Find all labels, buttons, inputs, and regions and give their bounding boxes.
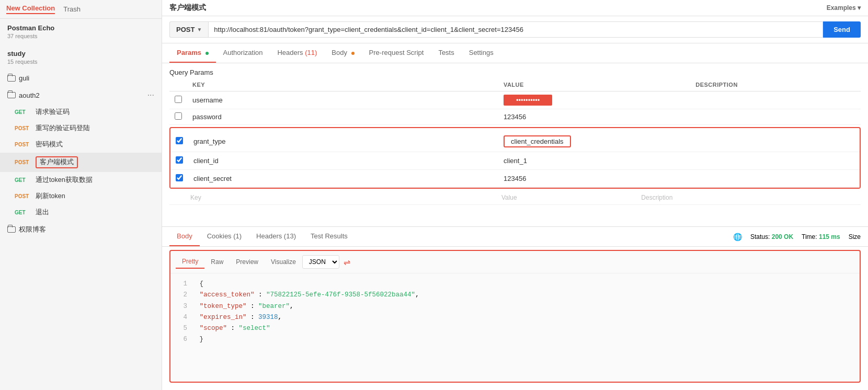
params-table-empty: Key Value Description bbox=[169, 191, 861, 205]
row-checkbox[interactable] bbox=[175, 112, 182, 120]
json-comma: , bbox=[415, 291, 419, 299]
response-tab-headers[interactable]: Headers (13) bbox=[249, 227, 303, 246]
request-item-post-password[interactable]: POST 密码模式 bbox=[0, 136, 162, 153]
tab-pre-request[interactable]: Pre-request Script bbox=[362, 43, 431, 63]
url-input[interactable] bbox=[208, 21, 823, 38]
query-params-title: Query Params bbox=[162, 63, 868, 76]
globe-icon: 🌐 bbox=[733, 233, 742, 241]
row-checkbox[interactable] bbox=[176, 137, 183, 144]
folder-label: aouth2 bbox=[19, 91, 40, 99]
row-checkbox[interactable] bbox=[176, 174, 183, 181]
tab-tests[interactable]: Tests bbox=[431, 43, 461, 63]
code-line-6: 6 } bbox=[179, 334, 851, 345]
response-format-tabs: Pretty Raw Preview Visualize JSON ⇌ bbox=[170, 255, 860, 273]
time-value: 115 ms bbox=[819, 233, 840, 240]
status-label: Status: 200 OK bbox=[750, 233, 793, 240]
request-item-get-token[interactable]: GET 通过token获取数据 bbox=[0, 172, 162, 188]
method-select[interactable]: POST ▼ bbox=[169, 21, 208, 38]
code-line-4: 4 "expires_in" : 39318, bbox=[179, 312, 851, 323]
folder-menu-dots[interactable]: ··· bbox=[147, 90, 154, 100]
params-table-highlighted: grant_type client_credentials client_id … bbox=[170, 131, 860, 188]
row-checkbox[interactable] bbox=[175, 96, 182, 103]
json-comma: , bbox=[290, 303, 294, 310]
response-tabs: Body Cookies (1) Headers (13) Test Resul… bbox=[162, 227, 868, 247]
col-description: DESCRIPTION bbox=[690, 78, 861, 91]
table-row: password 123456 bbox=[169, 109, 861, 125]
trash-button[interactable]: Trash bbox=[63, 5, 81, 13]
method-badge: POST bbox=[15, 193, 31, 199]
param-desc bbox=[817, 131, 860, 152]
param-desc bbox=[817, 170, 860, 188]
empty-key: Key bbox=[185, 191, 496, 205]
fmt-tab-pretty[interactable]: Pretty bbox=[176, 255, 204, 269]
tab-body[interactable]: Body bbox=[324, 43, 361, 63]
param-value: 123456 bbox=[498, 109, 690, 125]
json-key: "token_type" bbox=[200, 303, 247, 310]
size-label: Size bbox=[849, 233, 861, 240]
method-badge: GET bbox=[15, 177, 31, 183]
request-item-get-verify[interactable]: GET 请求验证码 bbox=[0, 104, 162, 120]
request-name: 刷新token bbox=[36, 192, 65, 201]
request-name: 密码模式 bbox=[36, 140, 63, 149]
folder-quanxian[interactable]: 权限博客 bbox=[0, 221, 162, 238]
code-line-5: 5 "scope" : "select" bbox=[179, 323, 851, 334]
folder-guli[interactable]: guli bbox=[0, 70, 162, 86]
table-row: username •••••••••• bbox=[169, 91, 861, 109]
empty-desc: Description bbox=[636, 191, 861, 205]
request-item-post-rewrite[interactable]: POST 重写的验证码登陆 bbox=[0, 120, 162, 136]
json-format-select[interactable]: JSON bbox=[302, 255, 339, 269]
folder-icon bbox=[7, 92, 16, 98]
collection-subtitle: 15 requests bbox=[7, 59, 154, 65]
json-brace: { bbox=[200, 280, 204, 288]
value-highlighted: client_credentials bbox=[504, 135, 570, 147]
json-colon: : bbox=[231, 325, 239, 332]
tab-headers[interactable]: Headers (11) bbox=[270, 43, 324, 63]
json-brace: } bbox=[200, 336, 204, 343]
json-value: "bearer" bbox=[258, 303, 290, 310]
request-item-post-refresh[interactable]: POST 刷新token bbox=[0, 188, 162, 204]
request-name-active: 客户端模式 bbox=[36, 156, 78, 168]
param-key: grant_type bbox=[188, 131, 498, 152]
param-key: password bbox=[187, 109, 498, 125]
response-section: Body Cookies (1) Headers (13) Test Resul… bbox=[162, 226, 868, 390]
param-desc bbox=[690, 109, 861, 125]
param-key: username bbox=[187, 91, 498, 109]
empty-value: Value bbox=[496, 191, 636, 205]
code-area: 1 { 2 "access_token" : "75822125-5efe-47… bbox=[170, 276, 860, 349]
code-line-1: 1 { bbox=[179, 279, 851, 290]
request-item-post-client-active[interactable]: POST 客户端模式 bbox=[0, 153, 162, 172]
tab-settings[interactable]: Settings bbox=[462, 43, 501, 63]
send-button[interactable]: Send bbox=[823, 21, 861, 38]
fmt-tab-visualize[interactable]: Visualize bbox=[265, 256, 302, 268]
json-colon: : bbox=[258, 291, 266, 299]
tab-params[interactable]: Params bbox=[169, 43, 216, 63]
table-row: grant_type client_credentials bbox=[170, 131, 860, 152]
code-line-2: 2 "access_token" : "75822125-5efe-476f-9… bbox=[179, 290, 851, 301]
new-collection-button[interactable]: New Collection bbox=[6, 4, 55, 14]
row-checkbox[interactable] bbox=[176, 156, 183, 164]
collection-subtitle: 37 requests bbox=[7, 33, 154, 39]
json-comma: , bbox=[278, 314, 282, 321]
wrap-icon[interactable]: ⇌ bbox=[344, 257, 350, 267]
fmt-tab-preview[interactable]: Preview bbox=[230, 256, 265, 268]
code-line-3: 3 "token_type" : "bearer", bbox=[179, 301, 851, 312]
folder-aouth2[interactable]: aouth2 ··· bbox=[0, 86, 162, 104]
response-tab-test-results[interactable]: Test Results bbox=[303, 227, 355, 246]
request-name: 重写的验证码登陆 bbox=[36, 124, 90, 133]
examples-button[interactable]: Examples ▾ bbox=[827, 4, 861, 12]
params-area: Query Params KEY VALUE DESCRIPTION usern… bbox=[162, 63, 868, 226]
table-row-empty: Key Value Description bbox=[169, 191, 861, 205]
folder-label: 权限博客 bbox=[19, 225, 46, 234]
method-badge: GET bbox=[15, 109, 31, 115]
body-dot bbox=[351, 52, 355, 55]
request-name: 退出 bbox=[36, 208, 49, 217]
collection-title: study bbox=[7, 50, 154, 58]
json-value: "select" bbox=[239, 325, 270, 332]
response-tab-cookies[interactable]: Cookies (1) bbox=[200, 227, 249, 246]
response-tab-body[interactable]: Body bbox=[169, 227, 200, 246]
collection-postman-echo[interactable]: Postman Echo 37 requests bbox=[0, 19, 162, 44]
fmt-tab-raw[interactable]: Raw bbox=[204, 256, 230, 268]
tab-authorization[interactable]: Authorization bbox=[216, 43, 270, 63]
request-item-get-logout[interactable]: GET 退出 bbox=[0, 204, 162, 221]
collection-study[interactable]: study 15 requests bbox=[0, 44, 162, 70]
